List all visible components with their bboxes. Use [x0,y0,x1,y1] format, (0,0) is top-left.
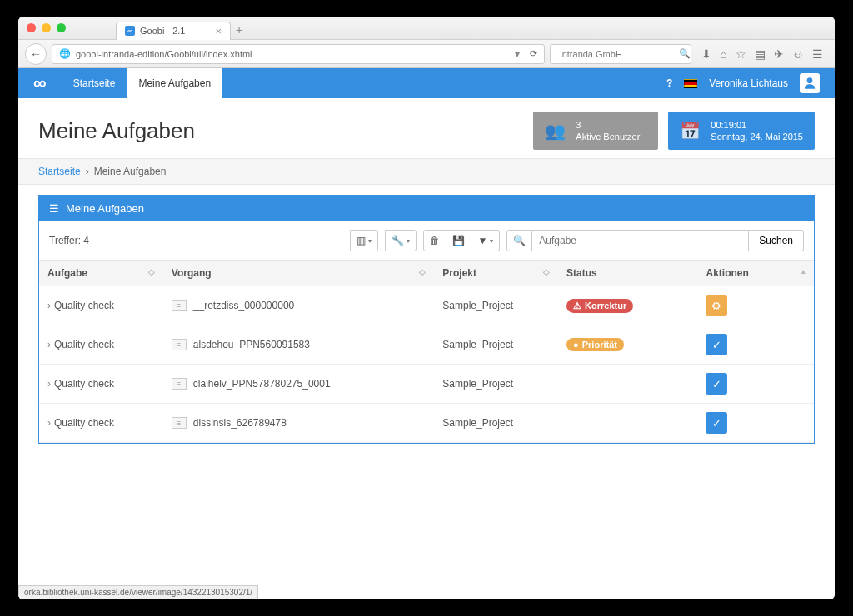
table-row: ›Quality check≡dissinsis_626789478Sample… [39,404,814,443]
col-process[interactable]: Vorgang [172,267,212,279]
search-icon-button[interactable]: 🔍 [506,230,532,251]
tab-close-icon[interactable]: × [215,25,222,37]
active-users-label: Aktive Benutzer [576,131,640,142]
language-flag-icon[interactable] [684,79,697,88]
clock-box: 📅 00:19:01 Sonntag, 24. Mai 2015 [668,112,815,150]
breadcrumb-home[interactable]: Startseite [38,166,81,177]
user-name[interactable]: Veronika Lichtaus [709,77,788,89]
bookmark-icon[interactable]: ☆ [736,47,746,61]
hits-label: Treffer: 4 [49,235,89,246]
project-cell: Sample_Project [434,365,558,404]
calendar-icon: 📅 [680,121,701,141]
breadcrumb: Startseite › Meine Aufgaben [18,158,835,185]
users-icon: 👥 [545,121,566,141]
breadcrumb-sep: › [86,166,89,177]
sort-icon[interactable]: ◇ [419,267,426,276]
window-maximize[interactable] [57,23,66,32]
table-row: ›Quality check≡claihelv_PPN578780275_000… [39,365,814,404]
expand-icon[interactable]: › [47,300,51,311]
action-accept-button[interactable]: ✓ [706,412,727,434]
task-name[interactable]: Quality check [54,417,114,429]
nav-tasks[interactable]: Meine Aufgaben [127,68,222,98]
col-status[interactable]: Status [566,267,597,279]
process-icon: ≡ [172,417,187,429]
nav-home[interactable]: Startseite [62,68,127,98]
browser-toolbar: ← 🌐 goobi-intranda-edition/Goobi/uii/ind… [18,40,835,68]
table-row: ›Quality check≡__retzdiss_000000000Sampl… [39,286,814,325]
tools-button[interactable]: 🔧▾ [385,230,417,251]
page-title: Meine Aufgaben [38,118,523,144]
project-cell: Sample_Project [434,404,558,443]
project-cell: Sample_Project [434,286,558,325]
active-users-box[interactable]: 👥 3 Aktive Benutzer [533,112,658,150]
filter-button[interactable]: ▼▾ [471,230,500,251]
app-topnav: ∞ Startseite Meine Aufgaben ? Veronika L… [18,68,835,98]
sort-icon[interactable]: ▴ [801,267,806,276]
clock-time: 00:19:01 [711,119,803,131]
col-task[interactable]: Aufgabe [47,267,87,279]
status-badge: ●Priorität [566,338,624,351]
window-close[interactable] [27,23,36,32]
save-button[interactable]: 💾 [446,230,471,251]
expand-icon[interactable]: › [47,339,51,350]
sort-icon[interactable]: ◇ [148,267,155,276]
window-minimize[interactable] [42,23,51,32]
breadcrumb-current: Meine Aufgaben [94,166,167,177]
search-button[interactable]: Suchen [749,230,804,251]
panel-title: Meine Aufgaben [66,202,144,215]
process-name: __retzdiss_000000000 [193,300,294,311]
user-avatar-icon[interactable] [800,73,820,93]
task-name[interactable]: Quality check [54,339,114,350]
project-cell: Sample_Project [434,325,558,365]
globe-icon: 🌐 [59,48,71,59]
action-settings-button[interactable]: ⚙ [706,295,727,316]
tab-favicon-icon: ∞ [125,26,135,36]
delete-button[interactable]: 🗑 [423,230,446,251]
help-button[interactable]: ? [666,77,672,89]
task-name[interactable]: Quality check [54,378,114,390]
menu-icon[interactable]: ☰ [812,47,823,61]
process-name: dissinsis_626789478 [193,417,287,429]
status-badge: ⚠Korrektur [566,299,633,313]
browser-tab[interactable]: ∞ Goobi - 2.1 × [116,22,231,40]
col-actions[interactable]: Aktionen [706,267,748,279]
reload-icon[interactable]: ⟳ [530,48,537,59]
list-icon: ☰ [49,202,59,215]
process-name: alsdehou_PPN560091583 [193,339,310,350]
status-icon: ⚠ [573,301,581,311]
browser-search-input[interactable] [560,49,675,59]
task-search-input[interactable] [532,230,749,251]
face-icon[interactable]: ☺ [792,47,804,61]
search-icon: 🔍 [679,48,691,59]
download-icon[interactable]: ⬇ [701,47,711,61]
tasks-panel: ☰ Meine Aufgaben Treffer: 4 ▥▾ 🔧▾ 🗑 💾 [38,195,815,444]
url-text: goobi-intranda-edition/Goobi/uii/index.x… [76,49,252,59]
action-accept-button[interactable]: ✓ [706,373,727,395]
sort-icon[interactable]: ◇ [543,267,550,276]
url-bar[interactable]: 🌐 goobi-intranda-edition/Goobi/uii/index… [52,44,545,64]
task-name[interactable]: Quality check [54,300,114,311]
window-titlebar: ∞ Goobi - 2.1 × + [18,17,835,40]
app-logo-icon[interactable]: ∞ [33,72,45,94]
clipboard-icon[interactable]: ▤ [755,47,766,61]
process-icon: ≡ [172,300,187,311]
back-button[interactable]: ← [25,43,47,65]
new-tab-button[interactable]: + [236,23,242,37]
tab-title: Goobi - 2.1 [140,26,185,36]
browser-status-bar: orka.bibliothek.uni-kassel.de/viewer/ima… [18,585,258,599]
send-icon[interactable]: ✈ [774,47,784,61]
home-icon[interactable]: ⌂ [720,47,726,61]
col-project[interactable]: Projekt [442,267,476,279]
active-users-count: 3 [576,119,640,131]
status-icon: ● [573,340,579,350]
action-accept-button[interactable]: ✓ [706,334,727,355]
columns-button[interactable]: ▥▾ [350,230,378,251]
tasks-table: Aufgabe◇ Vorgang◇ Projekt◇ Status Aktion… [39,260,814,443]
table-row: ›Quality check≡alsdehou_PPN560091583Samp… [39,325,814,365]
expand-icon[interactable]: › [47,378,51,390]
process-icon: ≡ [172,339,187,350]
browser-search[interactable]: 🔍 [550,44,691,64]
clock-date: Sonntag, 24. Mai 2015 [711,131,803,142]
process-name: claihelv_PPN578780275_0001 [193,378,331,390]
expand-icon[interactable]: › [47,417,51,429]
